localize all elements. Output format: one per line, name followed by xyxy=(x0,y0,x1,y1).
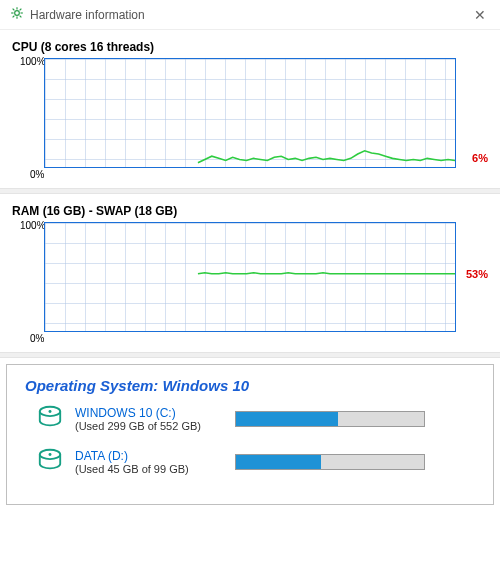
drive-usage-bar xyxy=(235,411,425,427)
disk-icon xyxy=(37,447,63,476)
ram-ymin: 0% xyxy=(30,333,44,344)
cpu-ymax: 100% xyxy=(20,56,46,67)
ram-chart-box xyxy=(44,222,456,332)
drive-name[interactable]: WINDOWS 10 (C:) xyxy=(75,406,235,420)
ram-ymax: 100% xyxy=(20,220,46,231)
drive-row: WINDOWS 10 (C:)(Used 299 GB of 552 GB) xyxy=(37,404,479,433)
os-panel: Operating System: Windows 10 WINDOWS 10 … xyxy=(6,364,494,505)
svg-line-6 xyxy=(20,16,22,18)
drive-usage-bar xyxy=(235,454,425,470)
disk-icon xyxy=(37,404,63,433)
svg-point-0 xyxy=(15,11,20,16)
cpu-ymin: 0% xyxy=(30,169,44,180)
hardware-icon xyxy=(10,6,24,23)
cpu-title: CPU (8 cores 16 threads) xyxy=(0,30,500,56)
window-title: Hardware information xyxy=(30,8,470,22)
ram-title: RAM (16 GB) - SWAP (18 GB) xyxy=(0,194,500,220)
close-icon[interactable]: ✕ xyxy=(470,7,490,23)
ram-current-value: 53% xyxy=(466,268,488,280)
svg-point-10 xyxy=(49,410,52,413)
svg-line-8 xyxy=(20,9,22,11)
drive-row: DATA (D:)(Used 45 GB of 99 GB) xyxy=(37,447,479,476)
svg-line-5 xyxy=(13,9,15,11)
drive-usage-text: (Used 299 GB of 552 GB) xyxy=(75,420,235,432)
cpu-chart-box xyxy=(44,58,456,168)
separator xyxy=(0,352,500,358)
cpu-current-value: 6% xyxy=(472,152,488,164)
drive-usage-text: (Used 45 GB of 99 GB) xyxy=(75,463,235,475)
os-title: Operating System: Windows 10 xyxy=(25,377,479,394)
ram-chart: 100% 0% 53% xyxy=(0,220,500,346)
cpu-chart: 100% 0% 6% xyxy=(0,56,500,182)
svg-point-12 xyxy=(49,453,52,456)
drive-name[interactable]: DATA (D:) xyxy=(75,449,235,463)
svg-line-7 xyxy=(13,16,15,18)
titlebar: Hardware information ✕ xyxy=(0,0,500,30)
